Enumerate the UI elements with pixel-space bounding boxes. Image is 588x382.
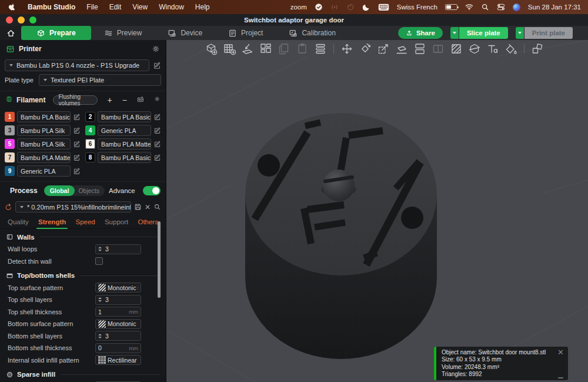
save-preset-icon[interactable] bbox=[134, 203, 142, 211]
split-parts-icon[interactable] bbox=[431, 42, 445, 56]
checkbox[interactable] bbox=[95, 257, 103, 265]
filament-name-select[interactable]: Bambu PLA Silk bbox=[17, 125, 71, 136]
panel-resize-handle[interactable] bbox=[558, 377, 563, 378]
filament-name-select[interactable]: Generic PLA bbox=[17, 165, 71, 177]
edit-filament-icon[interactable] bbox=[153, 140, 161, 148]
cut-icon[interactable] bbox=[467, 42, 482, 56]
filament-color-badge[interactable]: 8 bbox=[85, 152, 95, 162]
keyboard-layout-icon[interactable] bbox=[378, 4, 389, 11]
tab-project[interactable]: Project bbox=[215, 26, 276, 40]
auto-orient-icon[interactable] bbox=[240, 42, 255, 56]
unit-input[interactable]: 1mm bbox=[95, 307, 141, 317]
color-paint-icon[interactable] bbox=[449, 42, 463, 56]
menu-help[interactable]: Help bbox=[195, 3, 210, 11]
home-button[interactable] bbox=[0, 26, 21, 40]
filament-color-badge[interactable]: 9 bbox=[5, 166, 15, 176]
minimize-window-button[interactable] bbox=[18, 16, 25, 24]
pattern-input[interactable]: Monotonic bbox=[95, 319, 141, 329]
tab-prepare[interactable]: Prepare bbox=[21, 26, 91, 40]
edit-filament-icon[interactable] bbox=[153, 113, 161, 121]
assembly-icon[interactable] bbox=[530, 42, 544, 56]
filament-name-select[interactable]: Bambu PLA Basic bbox=[17, 111, 71, 122]
process-tab-others[interactable]: Others bbox=[138, 218, 158, 225]
process-preset-select[interactable]: * 0.20mm P1S 15%infillnobrimlineinfill bbox=[15, 201, 131, 212]
edit-filament-icon[interactable] bbox=[153, 154, 161, 161]
add-plate-icon[interactable] bbox=[222, 42, 236, 56]
edit-filament-icon[interactable] bbox=[73, 167, 81, 175]
filament-color-badge[interactable]: 1 bbox=[5, 112, 15, 122]
3d-object-canvas[interactable] bbox=[166, 40, 588, 382]
spinner-arrows-icon[interactable] bbox=[98, 334, 102, 338]
spinner-arrows-icon[interactable] bbox=[98, 247, 102, 251]
zoom-menu-item[interactable]: zoom bbox=[290, 4, 307, 11]
process-tab-support[interactable]: Support bbox=[105, 218, 128, 225]
settings-section-header[interactable]: Top/bottom shells bbox=[0, 268, 166, 281]
edit-filament-icon[interactable] bbox=[153, 127, 161, 134]
add-filament-button[interactable]: + bbox=[108, 96, 112, 104]
menu-edit[interactable]: Edit bbox=[109, 3, 122, 11]
process-tab-quality[interactable]: Quality bbox=[8, 218, 29, 225]
tab-calibration[interactable]: Calibration bbox=[276, 26, 348, 40]
spinner-input[interactable]: 3 bbox=[95, 295, 141, 305]
flushing-volumes-button[interactable]: Flushing volumes bbox=[53, 95, 97, 105]
move-icon[interactable] bbox=[340, 42, 354, 56]
unit-input[interactable]: 0mm bbox=[95, 343, 141, 353]
wifi-icon[interactable] bbox=[465, 3, 473, 11]
edit-filament-icon[interactable] bbox=[73, 127, 81, 134]
settings-scrollbar[interactable] bbox=[158, 221, 161, 298]
control-center-icon[interactable] bbox=[497, 3, 505, 11]
edit-filament-icon[interactable] bbox=[73, 113, 81, 121]
menubar-clock[interactable]: Sun 28 Jan 17:31 bbox=[528, 4, 581, 11]
ams-sync-icon[interactable] bbox=[137, 96, 144, 104]
process-tab-speed[interactable]: Speed bbox=[75, 218, 95, 225]
slice-options-dropdown[interactable] bbox=[450, 27, 459, 39]
fullscreen-window-button[interactable] bbox=[29, 16, 36, 24]
filament-name-select[interactable]: Generic PLA bbox=[98, 125, 151, 136]
tab-preview[interactable]: Preview bbox=[91, 26, 155, 40]
input-source-label[interactable]: Swiss French bbox=[397, 4, 437, 11]
edit-printer-preset-icon[interactable] bbox=[153, 61, 161, 69]
pattern-input[interactable]: Monotonic li... bbox=[95, 283, 141, 293]
share-button[interactable]: Share bbox=[398, 27, 443, 39]
rotate-icon[interactable] bbox=[358, 42, 372, 56]
spinner-input[interactable]: 3 bbox=[95, 244, 141, 254]
broadcast-status-icon[interactable] bbox=[330, 3, 339, 11]
arrange-icon[interactable] bbox=[259, 42, 273, 56]
spinner-arrows-icon[interactable] bbox=[98, 297, 102, 302]
filament-name-select[interactable]: Bambu PLA Matte bbox=[17, 152, 71, 163]
spotlight-icon[interactable] bbox=[481, 3, 489, 11]
copy-icon[interactable] bbox=[277, 42, 291, 56]
tab-device[interactable]: Device bbox=[155, 26, 215, 40]
settings-section-header[interactable]: Sparse infill bbox=[0, 367, 166, 380]
menu-window[interactable]: Window bbox=[159, 3, 184, 11]
scope-global-button[interactable]: Global bbox=[44, 185, 75, 196]
scale-icon[interactable] bbox=[376, 42, 390, 56]
apple-menu-icon[interactable] bbox=[8, 3, 16, 11]
filament-color-badge[interactable]: 5 bbox=[5, 139, 15, 149]
app-menu-title[interactable]: Bambu Studio bbox=[28, 3, 75, 11]
support-paint-icon[interactable] bbox=[504, 42, 518, 56]
filament-color-badge[interactable]: 2 bbox=[85, 112, 95, 122]
menu-file[interactable]: File bbox=[86, 3, 98, 11]
filament-color-badge[interactable]: 6 bbox=[85, 139, 95, 149]
close-window-button[interactable] bbox=[6, 16, 13, 24]
process-tab-strength[interactable]: Strength bbox=[38, 218, 66, 225]
layers-icon[interactable] bbox=[313, 42, 328, 56]
filament-color-badge[interactable]: 7 bbox=[5, 152, 15, 162]
edit-filament-icon[interactable] bbox=[73, 154, 81, 161]
add-object-icon[interactable] bbox=[204, 42, 218, 56]
search-settings-icon[interactable] bbox=[153, 203, 161, 211]
slice-plate-button[interactable]: Slice plate bbox=[459, 27, 508, 39]
delete-preset-icon[interactable]: ✕ bbox=[145, 204, 151, 211]
model-cylinder[interactable] bbox=[245, 113, 437, 359]
scope-objects-button[interactable]: Objects bbox=[75, 187, 105, 194]
printer-preset-select[interactable]: Bambu Lab P1S 0.4 nozzle - P1S Upgrade bbox=[5, 59, 149, 71]
pattern-input[interactable]: Rectilinear bbox=[95, 355, 141, 365]
filament-color-badge[interactable]: 4 bbox=[85, 125, 95, 135]
menu-view[interactable]: View bbox=[132, 3, 148, 11]
close-info-panel-icon[interactable]: ✕ bbox=[557, 348, 564, 356]
text-icon[interactable] bbox=[486, 42, 500, 56]
reset-process-preset-icon[interactable] bbox=[5, 203, 12, 211]
filament-name-select[interactable]: Bambu PLA Silk bbox=[17, 138, 71, 150]
printer-settings-gear-icon[interactable] bbox=[152, 45, 160, 53]
